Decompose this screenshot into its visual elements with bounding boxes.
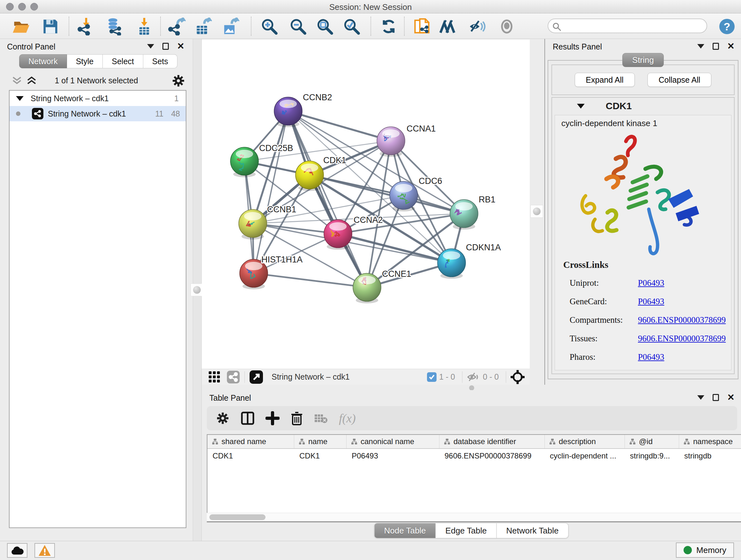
panel-menu-icon[interactable] bbox=[147, 44, 154, 49]
gear-icon[interactable] bbox=[172, 74, 185, 87]
panel-float-icon[interactable] bbox=[713, 394, 719, 401]
table-cell[interactable]: 9606.ENSP00000378699 bbox=[440, 449, 545, 463]
tab-string[interactable]: String bbox=[622, 53, 664, 67]
column-header-namespace[interactable]: namespace bbox=[679, 435, 741, 448]
crosslink-link[interactable]: P06493 bbox=[638, 297, 664, 307]
import-table-button[interactable] bbox=[134, 17, 154, 36]
tab-style[interactable]: Style bbox=[67, 54, 103, 68]
clone-network-button[interactable] bbox=[412, 17, 432, 36]
open-session-button[interactable] bbox=[11, 17, 31, 36]
column-header-description[interactable]: description bbox=[545, 435, 625, 448]
zoom-fit-button[interactable] bbox=[315, 17, 335, 36]
panel-float-icon[interactable] bbox=[162, 43, 169, 50]
table-cell[interactable]: cyclin-dependent ... bbox=[545, 449, 625, 463]
column-header-database-identifier[interactable]: database identifier bbox=[440, 435, 545, 448]
export-network-button[interactable] bbox=[166, 17, 187, 36]
hide-selected-button[interactable] bbox=[467, 17, 488, 36]
first-neighbors-button[interactable] bbox=[439, 17, 459, 36]
crosslink-link[interactable]: P06493 bbox=[638, 278, 664, 288]
tab-sets[interactable]: Sets bbox=[143, 54, 178, 68]
add-column-icon[interactable] bbox=[266, 411, 280, 425]
expand-all-button[interactable]: Expand All bbox=[575, 73, 635, 87]
refresh-layout-button[interactable] bbox=[379, 17, 399, 36]
network-graph[interactable]: CCNB2CCNA1CDC25BCDK1CDC6RB1CCNB1CCNA2CDK… bbox=[202, 40, 530, 369]
node-CCNA1[interactable] bbox=[377, 127, 405, 157]
scrollbar-thumb[interactable] bbox=[209, 514, 266, 520]
horizontal-splitter-grip[interactable] bbox=[469, 385, 474, 390]
import-network-from-database-button[interactable] bbox=[104, 17, 125, 36]
table-horizontal-scrollbar[interactable] bbox=[207, 513, 741, 521]
right-splitter[interactable] bbox=[530, 39, 544, 385]
panel-menu-icon[interactable] bbox=[697, 395, 704, 400]
node-CCNA2[interactable] bbox=[324, 220, 352, 250]
zoom-out-button[interactable] bbox=[288, 17, 308, 36]
network-view-share-icon[interactable] bbox=[226, 370, 240, 384]
edge-CCNB2-HIST1H1A[interactable] bbox=[254, 111, 288, 273]
node-CDKN1A[interactable] bbox=[437, 249, 466, 279]
import-network-button[interactable] bbox=[76, 17, 96, 36]
tab-network-table[interactable]: Network Table bbox=[496, 523, 568, 538]
selected-checkbox-icon[interactable] bbox=[427, 372, 436, 382]
warning-button[interactable] bbox=[35, 543, 55, 558]
panel-close-icon[interactable]: ✕ bbox=[727, 43, 735, 50]
table-cell[interactable]: CDK1 bbox=[294, 449, 347, 463]
column-header-shared-name[interactable]: shared name bbox=[207, 435, 294, 448]
save-session-button[interactable] bbox=[40, 17, 61, 36]
column-header-canonical-name[interactable]: canonical name bbox=[347, 435, 440, 448]
select-columns-icon[interactable] bbox=[241, 411, 255, 425]
edge-HIST1H1A-CCNE1[interactable] bbox=[254, 273, 367, 287]
node-RB1[interactable] bbox=[450, 199, 478, 230]
tab-select[interactable]: Select bbox=[103, 54, 143, 68]
show-all-button[interactable] bbox=[496, 17, 517, 36]
zoom-in-button[interactable] bbox=[259, 17, 280, 36]
entry-collapse-icon[interactable] bbox=[577, 104, 585, 109]
node-CCNE1[interactable] bbox=[353, 273, 381, 303]
right-splitter-grip[interactable] bbox=[530, 205, 543, 218]
table-cell[interactable]: CDK1 bbox=[207, 449, 294, 463]
table-cell[interactable]: P06493 bbox=[347, 449, 440, 463]
horizontal-splitter[interactable] bbox=[202, 385, 741, 390]
network-row-selected[interactable]: String Network – cdk1 11 48 bbox=[10, 106, 186, 121]
left-splitter[interactable] bbox=[193, 39, 202, 541]
collection-expand-icon[interactable] bbox=[16, 96, 23, 101]
network-collection-row[interactable]: String Network – cdk1 1 bbox=[10, 91, 186, 106]
crosslink-link[interactable]: 9606.ENSP00000378699 bbox=[638, 334, 726, 344]
panel-float-icon[interactable] bbox=[713, 43, 719, 50]
collapse-all-button[interactable]: Collapse All bbox=[648, 73, 712, 87]
panel-close-icon[interactable]: ✕ bbox=[727, 394, 735, 401]
table-cell[interactable]: stringdb bbox=[679, 449, 741, 463]
table-settings-gear-icon[interactable] bbox=[216, 411, 230, 425]
memory-button[interactable]: Memory bbox=[676, 543, 734, 558]
panel-close-icon[interactable]: ✕ bbox=[177, 43, 185, 50]
panel-menu-icon[interactable] bbox=[697, 44, 704, 49]
crosshair-icon[interactable] bbox=[511, 370, 525, 384]
left-splitter-grip[interactable] bbox=[191, 284, 203, 296]
help-button[interactable]: ? bbox=[717, 17, 737, 36]
node-CDC6[interactable] bbox=[390, 181, 418, 211]
network-canvas[interactable]: CCNB2CCNA1CDC25BCDK1CDC6RB1CCNB1CCNA2CDK… bbox=[202, 40, 530, 369]
zoom-selected-button[interactable] bbox=[341, 17, 362, 36]
tab-node-table[interactable]: Node Table bbox=[374, 523, 436, 538]
node-CCNB2[interactable] bbox=[274, 97, 302, 127]
node-CDK1[interactable] bbox=[295, 161, 324, 191]
column-header--id[interactable]: @id bbox=[625, 435, 679, 448]
tab-edge-table[interactable]: Edge Table bbox=[436, 523, 497, 538]
open-in-new-window-icon[interactable] bbox=[249, 370, 263, 384]
table-row[interactable]: CDK1CDK1P064939606.ENSP00000378699cyclin… bbox=[207, 449, 741, 463]
birdseye-grid-icon[interactable] bbox=[208, 371, 221, 383]
crosslink-link[interactable]: P06493 bbox=[638, 352, 664, 362]
cloud-button[interactable] bbox=[7, 543, 27, 558]
crosslink-link[interactable]: 9606.ENSP00000378699 bbox=[638, 315, 726, 325]
node-CDC25B[interactable] bbox=[230, 147, 259, 177]
tab-network[interactable]: Network bbox=[19, 54, 67, 68]
node-CCNB1[interactable] bbox=[239, 209, 267, 240]
node-table[interactable]: shared namenamecanonical namedatabase id… bbox=[207, 434, 741, 517]
delete-column-icon[interactable] bbox=[290, 411, 303, 425]
table-cell[interactable]: stringdb:9... bbox=[625, 449, 679, 463]
search-input[interactable] bbox=[565, 20, 702, 31]
cdk1-entry-header[interactable]: CDK1 bbox=[552, 98, 734, 114]
export-image-button[interactable] bbox=[220, 17, 241, 36]
column-header-name[interactable]: name bbox=[294, 435, 347, 448]
export-table-button[interactable] bbox=[193, 17, 213, 36]
hidden-eye-slash-icon[interactable] bbox=[467, 372, 480, 382]
